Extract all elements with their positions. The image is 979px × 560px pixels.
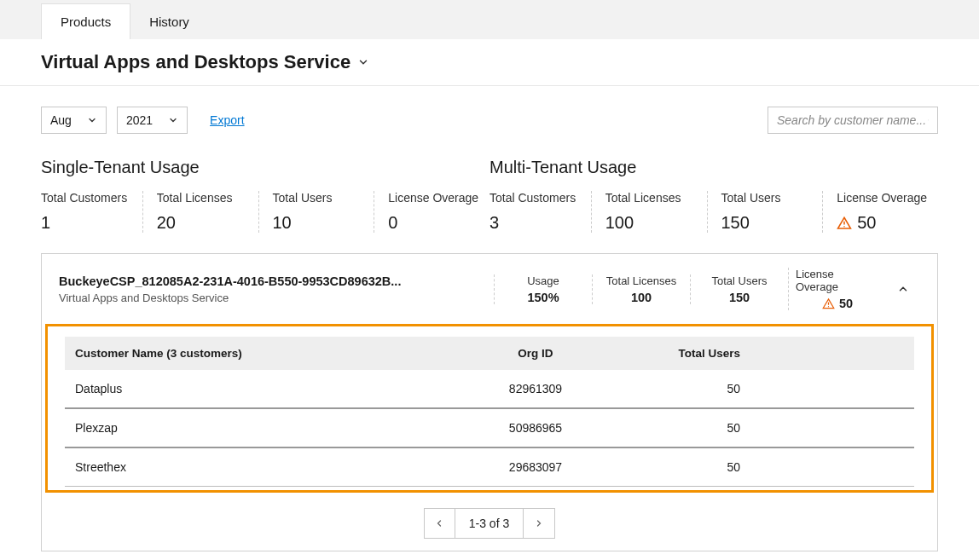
chevron-up-icon (897, 283, 909, 295)
subtable-header-name: Customer Name (3 customers) (75, 347, 467, 360)
single-tenant-section: Single-Tenant Usage Total Customers 1 To… (41, 158, 490, 233)
highlighted-subtable: Customer Name (3 customers) Org ID Total… (45, 324, 934, 493)
multi-tenant-heading: Multi-Tenant Usage (490, 158, 938, 177)
customer-card: BuckeyeCSP_812085A2-231A-4016-B550-9953C… (41, 253, 938, 551)
pagination: 1-3 of 3 (42, 499, 937, 551)
tab-history[interactable]: History (130, 4, 208, 39)
chevron-left-icon (434, 518, 444, 528)
warning-icon (837, 216, 852, 231)
collapse-button[interactable] (886, 283, 920, 295)
title-dropdown[interactable] (357, 56, 369, 68)
year-select[interactable]: 2021 (117, 107, 188, 134)
stat-users: Total Users 10 (259, 191, 375, 233)
export-link[interactable]: Export (210, 113, 244, 127)
subtable-header-users: Total Users (604, 347, 740, 360)
multi-tenant-section: Multi-Tenant Usage Total Customers 3 Tot… (490, 158, 938, 233)
page-title-row: Virtual Apps and Desktops Service (0, 39, 979, 86)
top-tab-bar: Products History (0, 0, 979, 39)
stat-customers: Total Customers 3 (490, 191, 592, 233)
pager-status: 1-3 of 3 (455, 509, 524, 538)
stat-overage: License Overage 0 (374, 191, 490, 233)
stat-overage: License Overage 50 (823, 191, 938, 233)
page-title: Virtual Apps and Desktops Service (41, 51, 350, 73)
pager-prev[interactable] (425, 509, 455, 538)
svg-point-3 (844, 226, 846, 228)
search-input[interactable] (777, 113, 928, 127)
search-icon (928, 113, 929, 127)
card-name: BuckeyeCSP_812085A2-231A-4016-B550-9953C… (59, 274, 494, 288)
stat-licenses: Total Licenses 20 (143, 191, 259, 233)
chevron-right-icon (534, 518, 544, 528)
month-value: Aug (50, 113, 72, 127)
pager-next[interactable] (524, 509, 554, 538)
chevron-down-icon (357, 56, 369, 68)
search-box[interactable] (768, 107, 938, 134)
svg-point-5 (828, 306, 829, 307)
stat-users: Total Users 150 (708, 191, 824, 233)
stat-licenses: Total Licenses 100 (592, 191, 708, 233)
warning-icon (822, 297, 835, 310)
chevron-down-icon (168, 115, 178, 125)
single-tenant-heading: Single-Tenant Usage (41, 158, 490, 177)
table-row: Plexzap 50986965 50 (65, 409, 914, 448)
table-row: Streethex 29683097 50 (65, 448, 914, 487)
month-select[interactable]: Aug (41, 107, 107, 134)
chevron-down-icon (87, 115, 97, 125)
svg-point-0 (928, 120, 929, 121)
table-row: Dataplus 82961309 50 (65, 370, 914, 409)
tab-products[interactable]: Products (41, 3, 130, 39)
card-service: Virtual Apps and Desktops Service (59, 292, 494, 304)
stat-customers: Total Customers 1 (41, 191, 143, 233)
year-value: 2021 (126, 113, 153, 127)
subtable-header-org: Org ID (467, 347, 604, 360)
